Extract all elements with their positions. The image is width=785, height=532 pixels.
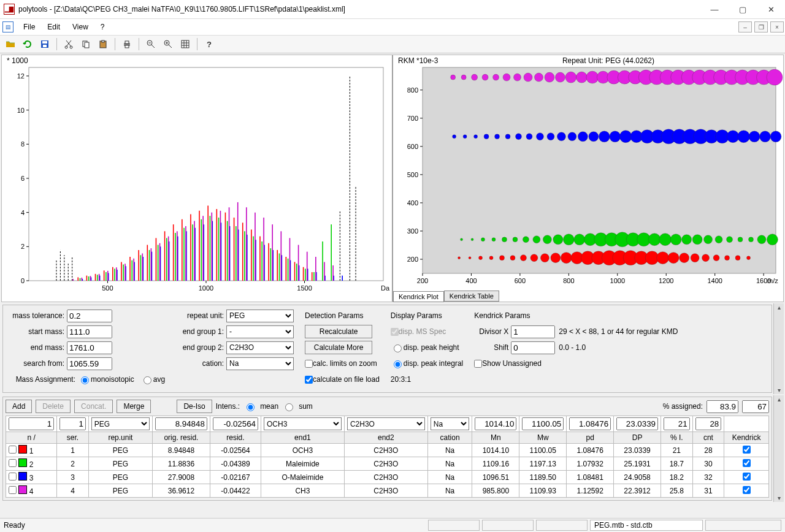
row-select-checkbox[interactable] [9, 459, 17, 467]
calculate-more-button[interactable]: Calculate More [305, 341, 372, 354]
edit-cation[interactable]: Na [431, 417, 470, 430]
deiso-button[interactable]: De-Iso [177, 400, 212, 413]
svg-point-293 [461, 75, 466, 80]
paste-icon[interactable] [95, 37, 111, 51]
edit-end2[interactable]: C2H3O [347, 417, 425, 430]
table-row[interactable]: 44PEG36.9612-0.04422CH3C2H3ONa985.800110… [6, 484, 769, 498]
avg-label: avg [153, 375, 165, 384]
disp-peak-height-radio[interactable] [394, 344, 402, 352]
col-ser[interactable]: ser. [57, 432, 89, 444]
menu-help[interactable]: ? [94, 21, 111, 33]
ms-spectrum-chart[interactable]: * 1000 02468101250010001500Da [2, 55, 392, 302]
calc-onload-checkbox[interactable] [305, 376, 313, 384]
start-mass-label: start mass: [8, 327, 64, 336]
mdi-restore-button[interactable]: ❐ [754, 21, 768, 32]
kendrick-checkbox[interactable] [743, 486, 751, 494]
pct-assigned-1 [706, 400, 738, 413]
table-row[interactable]: 11PEG8.94848-0.02564OCH3C2H3ONa1014.1011… [6, 444, 769, 457]
col-end1[interactable]: end1 [261, 432, 345, 444]
mdi-minimize-button[interactable]: – [738, 21, 752, 32]
refresh-icon[interactable] [20, 37, 36, 51]
start-mass-input[interactable] [67, 325, 112, 338]
svg-rect-21 [29, 67, 383, 281]
shift-input[interactable] [511, 341, 555, 354]
mdi-close-button[interactable]: × [770, 21, 784, 32]
table-row[interactable]: 22PEG11.8836-0.04389MaleimideC2H3ONa1109… [6, 457, 769, 471]
svg-text:1000: 1000 [610, 277, 625, 284]
col-i[interactable]: % I. [661, 432, 693, 444]
edit-n[interactable] [9, 417, 54, 430]
col-cnt[interactable]: cnt [692, 432, 724, 444]
col-dp[interactable]: DP [614, 432, 661, 444]
kendrick-chart[interactable]: RKM *10e-3 Repeat Unit: PEG (44.0262) 20… [392, 55, 783, 302]
col-origresid[interactable]: orig. resid. [153, 432, 210, 444]
zoom-out-icon[interactable] [143, 37, 159, 51]
maximize-button[interactable]: ▢ [729, 0, 757, 18]
delete-button[interactable]: Delete [36, 400, 71, 413]
params-scrollbar[interactable]: ▴▾ [773, 303, 784, 394]
edit-end1[interactable]: OCH3 [264, 417, 342, 430]
menu-view[interactable]: View [66, 21, 94, 33]
concat-button[interactable]: Concat. [74, 400, 113, 413]
open-icon[interactable] [2, 37, 18, 51]
col-resid[interactable]: resid. [210, 432, 261, 444]
disp-peak-integral-radio[interactable] [394, 360, 402, 368]
col-mn[interactable]: Mn [472, 432, 519, 444]
avg-radio[interactable] [144, 376, 151, 384]
mass-tolerance-input[interactable] [67, 310, 112, 322]
kendrick-checkbox[interactable] [743, 473, 751, 481]
col-kendrick[interactable]: Kendrick [724, 432, 769, 444]
intens-sum-radio[interactable] [285, 403, 293, 411]
col-repunit[interactable]: rep.unit [88, 432, 152, 444]
svg-point-298 [514, 74, 521, 81]
col-n[interactable]: n / [6, 432, 57, 444]
tab-kendrick-table[interactable]: Kendrick Table [444, 291, 499, 302]
col-cation[interactable]: cation [427, 432, 472, 444]
row-select-checkbox[interactable] [9, 486, 17, 494]
end-mass-input[interactable] [67, 341, 112, 354]
mono-radio[interactable] [81, 376, 89, 384]
edit-resid[interactable] [213, 417, 258, 430]
kendrick-checkbox[interactable] [743, 459, 751, 467]
calc-limits-checkbox[interactable] [305, 360, 313, 368]
menu-file[interactable]: File [17, 21, 41, 33]
copy-icon[interactable] [78, 37, 94, 51]
search-from-input[interactable] [67, 357, 112, 370]
minimize-button[interactable]: — [700, 0, 729, 18]
scroll-up-icon[interactable]: ▴ [777, 303, 781, 311]
scroll-down-icon[interactable]: ▾ [777, 494, 781, 502]
col-end2[interactable]: end2 [344, 432, 427, 444]
row-select-checkbox[interactable] [9, 446, 17, 454]
col-pd[interactable]: pd [567, 432, 614, 444]
table-row[interactable]: 33PEG27.9008-0.02167O-MaleimideC2H3ONa10… [6, 471, 769, 484]
cut-icon[interactable] [61, 37, 77, 51]
cation-select[interactable]: Na [226, 357, 294, 370]
edit-repunit[interactable]: PEG [91, 417, 150, 430]
merge-button[interactable]: Merge [117, 400, 151, 413]
tab-kendrick-plot[interactable]: Kendrick Plot [393, 291, 444, 302]
scroll-up-icon[interactable]: ▴ [777, 395, 781, 403]
edit-ser[interactable] [59, 417, 86, 430]
edit-orig[interactable] [155, 417, 207, 430]
add-button[interactable]: Add [6, 400, 32, 413]
help-icon[interactable]: ? [201, 37, 217, 51]
table-icon[interactable] [177, 37, 193, 51]
divisor-input[interactable] [511, 325, 555, 338]
disp-ph-label: disp. peak height [404, 343, 459, 352]
close-button[interactable]: ✕ [757, 0, 785, 18]
intens-mean-radio[interactable] [247, 403, 255, 411]
show-unassigned-checkbox[interactable] [474, 360, 482, 368]
row-select-checkbox[interactable] [9, 473, 17, 481]
zoom-in-icon[interactable] [160, 37, 176, 51]
menu-edit[interactable]: Edit [41, 21, 66, 33]
col-mw[interactable]: Mw [519, 432, 567, 444]
end-group1-select[interactable]: - [226, 325, 294, 338]
table-scrollbar[interactable]: ▴▾ [773, 395, 784, 502]
kendrick-checkbox[interactable] [743, 446, 751, 454]
repeat-unit-select[interactable]: PEG [226, 310, 294, 322]
end-group2-select[interactable]: C2H3O [226, 341, 294, 354]
save-icon[interactable] [37, 37, 53, 51]
print-icon[interactable] [119, 37, 135, 51]
scroll-down-icon[interactable]: ▾ [777, 386, 781, 394]
recalculate-button[interactable]: Recalculate [305, 325, 372, 338]
